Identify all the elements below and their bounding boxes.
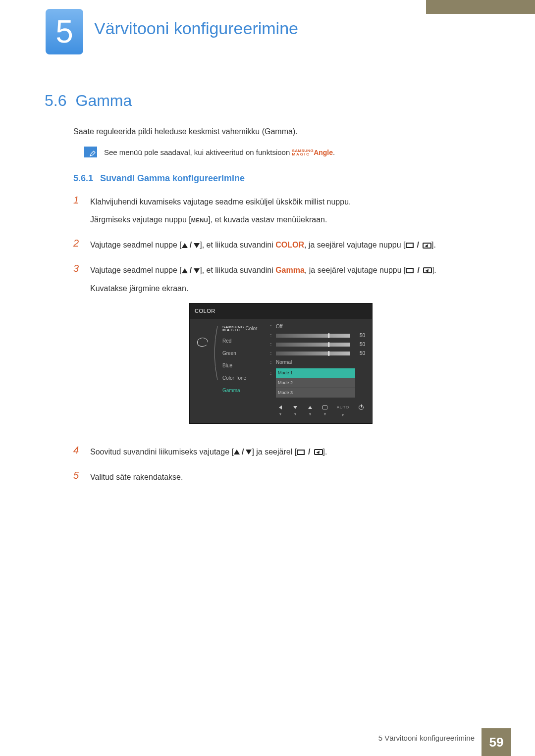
steps-list: 1 Klahvijuhendi kuvamiseks vajutage sead… bbox=[73, 195, 490, 485]
triangle-up-icon bbox=[182, 268, 188, 273]
source-icon bbox=[406, 268, 414, 273]
color-keyword: COLOR bbox=[275, 241, 304, 249]
page-number: 59 bbox=[482, 728, 511, 756]
s2-pre: Vajutage seadmel nuppe [ bbox=[90, 241, 182, 249]
osd-item-colortone: Color Tone bbox=[222, 373, 264, 383]
osd-back-icon: ▾ bbox=[277, 405, 283, 418]
triangle-down-icon bbox=[194, 268, 200, 273]
osd-gamma-mode1: Mode 1 bbox=[276, 368, 355, 378]
triangle-down-icon bbox=[194, 243, 200, 248]
osd-enter-icon: ▾ bbox=[322, 405, 328, 418]
osd-category-icon-col bbox=[197, 324, 209, 398]
osd-item-green: Green bbox=[222, 349, 264, 358]
osd-label-column: SAMSUNGMAGIC Color Red Green Blue Color … bbox=[222, 324, 264, 398]
s3-mid: ], et liikuda suvandini bbox=[200, 266, 275, 274]
s2-post1: , ja seejärel vajutage nuppu [ bbox=[304, 241, 406, 249]
intro-text: Saate reguleerida pildi heleduse keskmis… bbox=[73, 126, 490, 138]
step-body: Soovitud suvandini liikumiseks vajutage … bbox=[90, 445, 327, 460]
osd-item-blue: Blue bbox=[222, 361, 264, 370]
osd-val-magiccolor: Off bbox=[276, 322, 298, 331]
osd-item-red: Red bbox=[222, 336, 264, 346]
step-2: 2 Vajutage seadmel nuppe [/], et liikuda… bbox=[73, 238, 490, 253]
s3-post2: ]. bbox=[432, 266, 436, 274]
samsung-magic-logo: SAMSUNG MAGIC bbox=[292, 150, 314, 156]
osd-bracket bbox=[214, 324, 216, 398]
s4-pre: Soovitud suvandini liikumiseks vajutage … bbox=[90, 448, 234, 456]
angle-text: Angle bbox=[314, 149, 333, 156]
s4-mid: ] ja seejärel [ bbox=[252, 448, 297, 456]
osd-gamma-mode3: Mode 3 bbox=[276, 388, 355, 398]
osd-val-colortone: Normal bbox=[276, 357, 298, 367]
chapter-badge: 5 bbox=[46, 9, 83, 54]
chapter-title: Värvitooni konfigureerimine bbox=[94, 19, 298, 38]
step-1: 1 Klahvijuhendi kuvamiseks vajutage sead… bbox=[73, 195, 490, 228]
s2-mid: ], et liikuda suvandini bbox=[200, 241, 275, 249]
osd-up-icon: ▾ bbox=[307, 405, 313, 418]
triangle-up-icon bbox=[182, 243, 188, 248]
step-1a-text: Klahvijuhendi kuvamiseks vajutage seadme… bbox=[90, 198, 351, 206]
source-enter-icons: / bbox=[297, 445, 322, 459]
step-1b-pre: Järgmiseks vajutage nuppu [ bbox=[90, 215, 191, 224]
step-3: 3 Vajutage seadmel nuppe [/], et liikuda… bbox=[73, 263, 490, 435]
gamma-keyword: Gamma bbox=[275, 266, 305, 274]
page-content: 5.6 Gamma Saate reguleerida pildi heledu… bbox=[45, 92, 490, 495]
section-heading: 5.6 Gamma bbox=[45, 92, 490, 110]
s3-line2: Kuvatakse järgmine ekraan. bbox=[90, 281, 436, 296]
osd-value-column: :Off :50 :50 :50 :Normal : Mode 1 Mode 2… bbox=[270, 324, 365, 398]
step-number: 3 bbox=[73, 263, 81, 274]
palette-icon bbox=[197, 338, 208, 347]
triangle-down-icon bbox=[246, 450, 252, 454]
step-1b-post: ], et kuvada vastav menüüekraan. bbox=[208, 215, 327, 224]
slash-sep: / bbox=[190, 238, 192, 252]
note-suffix: . bbox=[333, 148, 335, 156]
osd-num-blue: 50 bbox=[354, 349, 365, 358]
note-pencil-icon bbox=[84, 147, 97, 157]
subsection-title: Suvandi Gamma konfigureerimine bbox=[100, 173, 245, 184]
osd-auto-label: AUTO▾ bbox=[337, 403, 349, 419]
note-text: See menüü pole saadaval, kui aktiveeritu… bbox=[104, 148, 335, 156]
osd-slider-blue bbox=[276, 352, 350, 355]
source-icon bbox=[297, 450, 305, 455]
enter-icon bbox=[423, 243, 431, 249]
osd-slider-green bbox=[276, 343, 350, 347]
enter-icon bbox=[314, 449, 323, 455]
step-body: Vajutage seadmel nuppe [/], et liikuda s… bbox=[90, 263, 436, 435]
osd-title: COLOR bbox=[190, 303, 372, 319]
note-prefix: See menüü pole saadaval, kui aktiveeritu… bbox=[104, 148, 292, 156]
s3-post1: , ja seejärel vajutage nuppu [ bbox=[305, 266, 406, 274]
page-footer: 5 Värvitooni konfigureerimine 59 bbox=[0, 728, 535, 756]
osd-footer: ▾ ▾ ▾ ▾ AUTO▾ . bbox=[190, 401, 372, 423]
osd-power-icon: . bbox=[358, 405, 364, 418]
osd-gamma-options: Mode 1 Mode 2 Mode 3 bbox=[276, 368, 355, 398]
osd-item-gamma: Gamma bbox=[222, 386, 264, 395]
source-enter-icons: / bbox=[406, 238, 431, 252]
step-number: 4 bbox=[73, 445, 81, 456]
step-body: Klahvijuhendi kuvamiseks vajutage seadme… bbox=[90, 195, 351, 228]
enter-icon bbox=[423, 267, 432, 273]
section-title: Gamma bbox=[75, 92, 132, 110]
osd-slider-red bbox=[276, 334, 350, 338]
osd-num-red: 50 bbox=[354, 331, 365, 340]
top-accent-bar bbox=[426, 0, 535, 14]
osd-down-icon: ▾ bbox=[292, 405, 298, 418]
s4-post: ]. bbox=[323, 448, 327, 456]
source-enter-icons: / bbox=[406, 263, 431, 278]
step-5: 5 Valitud säte rakendatakse. bbox=[73, 470, 490, 485]
step-body: Vajutage seadmel nuppe [/], et liikuda s… bbox=[90, 238, 436, 253]
osd-gamma-mode2: Mode 2 bbox=[276, 378, 355, 388]
step-4: 4 Soovitud suvandini liikumiseks vajutag… bbox=[73, 445, 490, 460]
osd-num-green: 50 bbox=[354, 340, 365, 349]
note-row: See menüü pole saadaval, kui aktiveeritu… bbox=[84, 147, 490, 157]
footer-text: 5 Värvitooni konfigureerimine bbox=[378, 734, 475, 751]
step-number: 2 bbox=[73, 238, 81, 249]
source-icon bbox=[406, 243, 414, 248]
s3-pre: Vajutage seadmel nuppe [ bbox=[90, 266, 182, 274]
s2-post2: ]. bbox=[431, 241, 436, 249]
osd-item-magic-color: SAMSUNGMAGIC Color bbox=[222, 324, 264, 333]
step-number: 5 bbox=[73, 470, 81, 481]
subsection-heading: 5.6.1 Suvandi Gamma konfigureerimine bbox=[73, 173, 490, 184]
magic-text: MAGIC bbox=[292, 152, 310, 156]
menu-label: MENU bbox=[191, 217, 209, 223]
section-number: 5.6 bbox=[45, 92, 66, 110]
osd-screenshot: COLOR SAMSUNGMAGIC Color Red bbox=[189, 303, 373, 424]
